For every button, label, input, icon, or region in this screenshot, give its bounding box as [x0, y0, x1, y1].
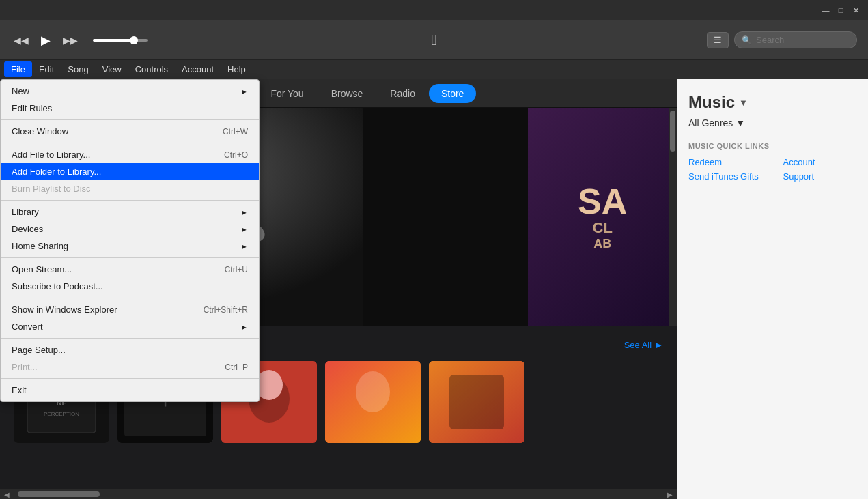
list-view-button[interactable]: ☰ — [707, 32, 729, 48]
svg-text:PERCEPTION: PERCEPTION — [44, 411, 79, 417]
album-card-5[interactable] — [429, 361, 524, 443]
player-bar: ◀◀ ▶ ▶▶  ☰ 🔍 — [0, 20, 868, 60]
tab-for-you[interactable]: For You — [257, 83, 317, 104]
minimize-button[interactable]: — — [820, 5, 831, 16]
menu-devices[interactable]: Devices ► — [1, 220, 259, 238]
right-sidebar: Music ▼ All Genres ▼ MUSIC QUICK LINKS R… — [677, 79, 868, 499]
side-text-small: CL — [593, 219, 613, 237]
player-controls: ◀◀ ▶ ▶▶ — [11, 30, 148, 51]
apple-logo:  — [431, 31, 436, 49]
file-dropdown-menu: New ► Edit Rules Close Window Ctrl+W Add… — [0, 79, 260, 402]
menu-open-stream[interactable]: Open Stream... Ctrl+U — [1, 261, 259, 278]
hero-side-panel-2[interactable]: SA CL AB — [528, 108, 677, 326]
rewind-button[interactable]: ◀◀ — [11, 32, 31, 48]
search-icon: 🔍 — [742, 35, 752, 45]
separator-7 — [1, 378, 259, 379]
album-art-5 — [429, 361, 524, 443]
menu-page-setup[interactable]: Page Setup... — [1, 341, 259, 358]
menu-help[interactable]: Help — [221, 61, 253, 77]
search-bar[interactable]: 🔍 — [734, 31, 857, 48]
tab-browse[interactable]: Browse — [318, 83, 377, 104]
volume-slider[interactable] — [93, 39, 148, 42]
menu-add-file[interactable]: Add File to Library... Ctrl+O — [1, 146, 259, 163]
separator-1 — [1, 119, 259, 120]
vertical-scrollbar-track[interactable] — [669, 108, 677, 326]
menu-controls[interactable]: Controls — [128, 61, 175, 77]
menu-exit[interactable]: Exit — [1, 382, 259, 399]
menu-view[interactable]: View — [96, 61, 128, 77]
search-input[interactable] — [756, 35, 850, 45]
menu-convert[interactable]: Convert ► — [1, 318, 259, 335]
menu-home-sharing[interactable]: Home Sharing ► — [1, 238, 259, 255]
menu-add-folder[interactable]: Add Folder to Library... — [1, 163, 259, 180]
title-bar: — □ ✕ — [0, 0, 868, 20]
genre-selector[interactable]: All Genres ▼ — [688, 117, 857, 128]
music-section-title: Music — [688, 93, 735, 112]
menu-song[interactable]: Song — [61, 61, 95, 77]
menu-account[interactable]: Account — [175, 61, 221, 77]
hero-side-panel-1[interactable] — [363, 108, 529, 326]
menu-new[interactable]: New ► — [1, 83, 259, 100]
quick-links-title: MUSIC QUICK LINKS — [688, 142, 857, 150]
menu-bar: File Edit Song View Controls Account Hel… — [0, 60, 868, 79]
close-button[interactable]: ✕ — [850, 5, 861, 16]
side-panel-purple: SA CL AB — [528, 108, 677, 326]
svg-point-14 — [255, 370, 283, 400]
genre-dropdown-icon: ▼ — [736, 117, 745, 128]
menu-edit-rules[interactable]: Edit Rules — [1, 100, 259, 117]
quick-link-support[interactable]: Support — [783, 171, 858, 182]
chevron-right-icon: ► — [654, 340, 663, 350]
svg-point-16 — [356, 371, 390, 412]
scroll-left-arrow[interactable]: ◀ — [3, 491, 11, 498]
horizontal-scrollbar[interactable]: ◀ ▶ — [0, 489, 677, 499]
maximize-button[interactable]: □ — [835, 5, 846, 16]
side-text-large: SA — [578, 184, 627, 219]
side-text-extra: AB — [593, 237, 611, 251]
separator-5 — [1, 298, 259, 298]
album-card-4[interactable] — [325, 361, 421, 443]
menu-file[interactable]: File — [4, 61, 32, 77]
menu-subscribe-podcast[interactable]: Subscribe to Podcast... — [1, 278, 259, 295]
side-panel-dark — [363, 108, 529, 326]
tab-store[interactable]: Store — [429, 84, 476, 103]
music-dropdown-icon[interactable]: ▼ — [739, 98, 748, 108]
separator-4 — [1, 257, 259, 258]
menu-library[interactable]: Library ► — [1, 203, 259, 220]
quick-link-redeem[interactable]: Redeem — [688, 157, 763, 167]
menu-edit[interactable]: Edit — [32, 61, 61, 77]
quick-link-send-gifts[interactable]: Send iTunes Gifts — [688, 171, 763, 182]
quick-link-account[interactable]: Account — [783, 157, 858, 167]
menu-close-window[interactable]: Close Window Ctrl+W — [1, 123, 259, 140]
album-art-4 — [325, 361, 421, 443]
genre-label: All Genres — [688, 117, 733, 128]
see-all-link[interactable]: See All ► — [624, 340, 663, 350]
play-button[interactable]: ▶ — [38, 30, 53, 51]
separator-2 — [1, 143, 259, 143]
menu-print: Print... Ctrl+P — [1, 358, 259, 375]
menu-burn-playlist: Burn Playlist to Disc — [1, 180, 259, 197]
separator-3 — [1, 200, 259, 201]
separator-6 — [1, 338, 259, 339]
svg-rect-18 — [449, 375, 504, 429]
fast-forward-button[interactable]: ▶▶ — [60, 32, 81, 48]
window-controls: — □ ✕ — [820, 5, 861, 16]
quick-links-grid: Redeem Account Send iTunes Gifts Support — [688, 157, 857, 182]
menu-show-explorer[interactable]: Show in Windows Explorer Ctrl+Shift+R — [1, 301, 259, 318]
vertical-scrollbar-thumb[interactable] — [670, 111, 675, 152]
scroll-right-arrow[interactable]: ▶ — [666, 491, 674, 498]
tab-radio[interactable]: Radio — [376, 83, 429, 104]
horizontal-scrollbar-thumb[interactable] — [18, 491, 100, 497]
music-section-header: Music ▼ — [688, 93, 857, 112]
volume-thumb — [130, 36, 138, 44]
